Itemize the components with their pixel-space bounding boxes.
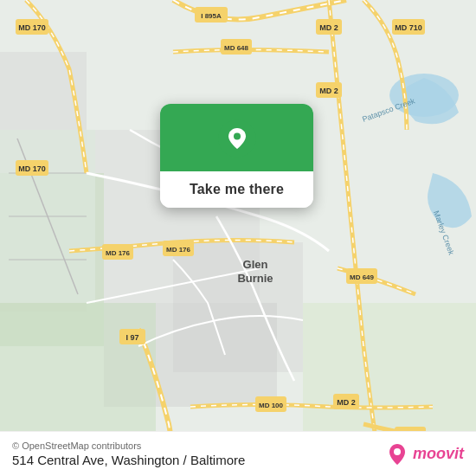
svg-text:MD 170: MD 170 [18,164,46,173]
svg-text:MD 2: MD 2 [319,87,338,95]
address-text: 514 Central Ave, Washington / Baltimore [12,453,245,467]
svg-text:MD 176: MD 176 [106,249,131,257]
take-me-there-button[interactable]: Take me there [160,171,313,208]
svg-point-47 [234,133,241,140]
popup-card: Take me there [160,104,313,208]
svg-text:MD 176: MD 176 [166,246,191,254]
map-container: MD 170 I 895A MD 2 MD 710 MD 648 MD 2 MD… [0,0,476,476]
map-background: MD 170 I 895A MD 2 MD 710 MD 648 MD 2 MD… [0,0,476,476]
bottom-bar: © OpenStreetMap contributors 514 Central… [0,431,476,476]
svg-text:MD 170: MD 170 [18,23,46,32]
svg-text:Glen: Glen [243,258,268,271]
svg-text:Burnie: Burnie [237,272,273,285]
svg-text:I 895A: I 895A [201,12,222,20]
moovit-logo: moovit [385,442,464,466]
copyright-text: © OpenStreetMap contributors [12,441,245,451]
location-pin-icon [218,119,256,158]
svg-text:MD 648: MD 648 [224,44,249,52]
moovit-brand-text: moovit [413,445,464,463]
svg-text:MD 100: MD 100 [259,402,284,409]
svg-text:MD 710: MD 710 [395,23,422,32]
svg-text:MD 2: MD 2 [337,398,356,407]
svg-text:MD 2: MD 2 [319,23,338,32]
svg-point-48 [394,448,401,455]
popup-green-header [160,104,313,171]
svg-text:MD 649: MD 649 [350,273,375,281]
svg-text:I 97: I 97 [125,333,138,342]
bottom-left-info: © OpenStreetMap contributors 514 Central… [12,441,245,467]
moovit-pin-icon [385,442,409,466]
